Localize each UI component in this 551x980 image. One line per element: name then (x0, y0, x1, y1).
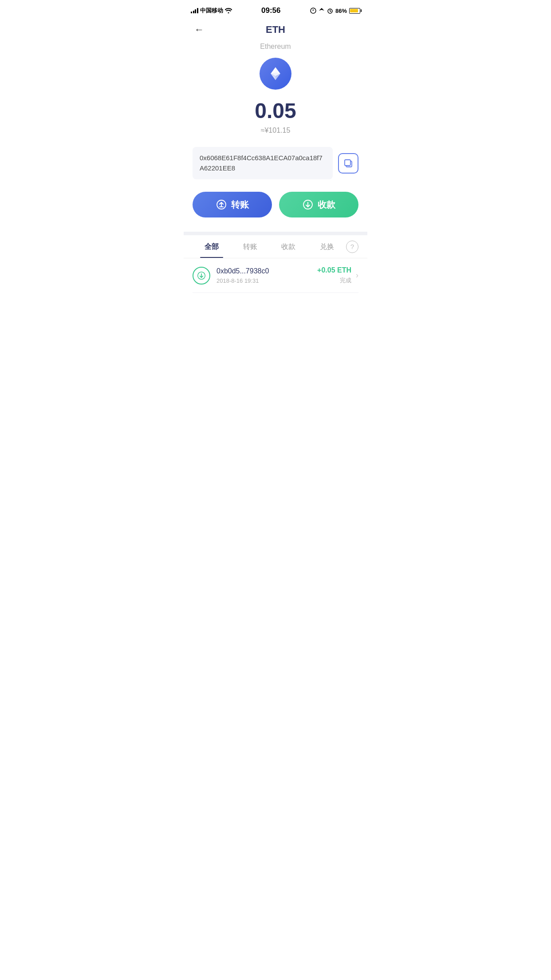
status-bar: 中国移动 09:56 86% (184, 0, 367, 20)
copy-address-button[interactable] (338, 153, 358, 174)
chevron-right-icon: › (356, 271, 358, 280)
balance-fiat: ≈¥101.15 (184, 126, 367, 134)
battery-percent: 86% (335, 8, 347, 14)
tabs-container: 全部 转账 收款 兑换 ? (184, 235, 367, 258)
tab-all[interactable]: 全部 (193, 235, 231, 258)
action-buttons: 转账 收款 (193, 192, 358, 217)
transaction-list: 0xb0d5...7938c0 2018-8-16 19:31 +0.05 ET… (184, 258, 367, 293)
transfer-button[interactable]: 转账 (193, 192, 272, 217)
tx-receive-icon (193, 267, 210, 285)
receive-label: 收款 (318, 199, 335, 211)
wifi-icon (225, 8, 232, 13)
tx-amount: +0.05 ETH (317, 266, 351, 274)
tab-receive[interactable]: 收款 (269, 235, 308, 258)
coin-icon-wrapper (184, 58, 367, 90)
back-arrow-icon: ← (194, 24, 204, 36)
ethereum-logo (268, 66, 283, 82)
carrier-label: 中国移动 (200, 7, 223, 15)
tab-transfer-label: 转账 (243, 243, 257, 250)
transfer-label: 转账 (231, 199, 249, 211)
receive-button[interactable]: 收款 (279, 192, 358, 217)
copy-icon (343, 158, 353, 168)
tx-amount-section: +0.05 ETH 完成 (317, 266, 351, 285)
tab-receive-label: 收款 (281, 243, 295, 250)
receive-icon (303, 199, 313, 210)
alarm-icon (327, 8, 333, 14)
tab-transfer[interactable]: 转账 (231, 235, 270, 258)
coin-subtitle: Ethereum (184, 43, 367, 51)
back-button[interactable]: ← (193, 22, 206, 37)
status-time: 09:56 (261, 6, 280, 15)
status-left: 中国移动 (191, 7, 232, 15)
svg-rect-8 (345, 160, 350, 166)
lock-icon (310, 8, 316, 14)
signal-icon (191, 8, 198, 13)
svg-point-0 (311, 8, 316, 13)
location-icon (319, 8, 325, 14)
section-divider (184, 232, 367, 235)
help-icon: ? (350, 243, 354, 250)
header: ← ETH (184, 20, 367, 43)
battery-icon (349, 8, 360, 14)
tab-exchange-label: 兑换 (320, 243, 334, 250)
eth-coin-icon (260, 58, 291, 90)
tx-status: 完成 (317, 277, 351, 285)
help-button[interactable]: ? (346, 241, 358, 253)
receive-tx-icon (197, 271, 206, 280)
tx-date: 2018-8-16 19:31 (216, 277, 317, 284)
table-row[interactable]: 0xb0d5...7938c0 2018-8-16 19:31 +0.05 ET… (193, 258, 358, 293)
balance-amount: 0.05 (184, 99, 367, 123)
status-right: 86% (310, 8, 360, 14)
wallet-address: 0x6068E61F8f4Cc638A1ECA07a0ca18f7A62201E… (193, 147, 333, 179)
tab-all-label: 全部 (205, 243, 219, 250)
address-container: 0x6068E61F8f4Cc638A1ECA07a0ca18f7A62201E… (193, 147, 358, 179)
page-title: ETH (266, 24, 285, 36)
tab-exchange[interactable]: 兑换 (308, 235, 346, 258)
transfer-icon (216, 199, 227, 210)
tx-details: 0xb0d5...7938c0 2018-8-16 19:31 (216, 267, 317, 284)
tx-address: 0xb0d5...7938c0 (216, 267, 317, 275)
